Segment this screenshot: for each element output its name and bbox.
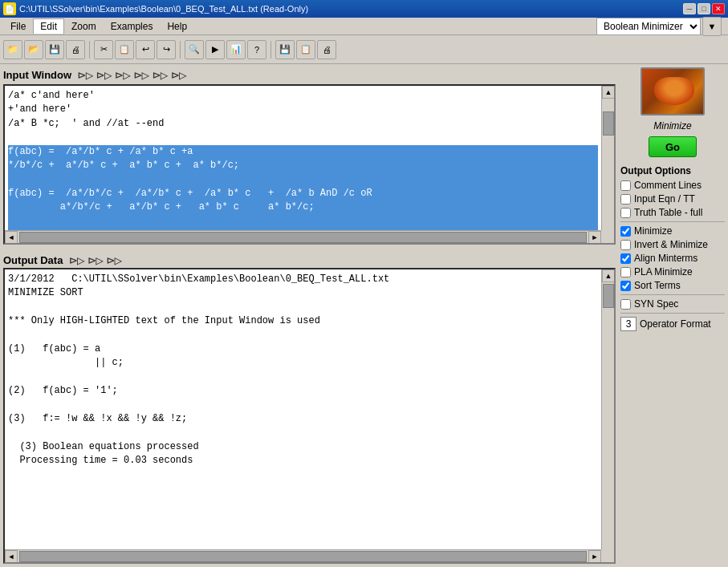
- option-invert-minimize: Invert & Minimize: [620, 239, 725, 250]
- output-scrollbar-v[interactable]: ▲: [601, 269, 614, 549]
- gate-and6[interactable]: ⊳▷: [171, 67, 186, 83]
- output-content[interactable]: 3/1/2012 C:\UTIL\SSolver\bin\Examples\Bo…: [5, 269, 614, 562]
- input-window-label: Input Window: [3, 69, 71, 81]
- scroll-thumb-h[interactable]: [19, 232, 587, 243]
- menu-zoom[interactable]: Zoom: [64, 18, 104, 34]
- operator-format-value[interactable]: 3: [620, 317, 636, 331]
- minimize-window-btn[interactable]: ─: [683, 3, 696, 14]
- option-pla-minimize: PLA Minimize: [620, 266, 725, 277]
- input-scrollbar-h[interactable]: ◄ ►: [5, 230, 601, 243]
- gate-and2[interactable]: ⊳▷: [96, 67, 112, 83]
- invert-minimize-label[interactable]: Invert & Minimize: [634, 239, 708, 250]
- scroll-corner: [601, 230, 614, 243]
- menu-bar: File Edit Zoom Examples Help Boolean Min…: [0, 18, 728, 35]
- menu-help[interactable]: Help: [160, 18, 194, 34]
- comment-lines-label[interactable]: Comment Lines: [634, 180, 702, 191]
- gate-icons-input: ⊳▷ ⊳▷ ⊳▷ ⊳▷ ⊳▷ ⊳▷: [78, 67, 187, 83]
- toolbar-sep-3: [270, 41, 271, 59]
- gate-and5[interactable]: ⊳▷: [153, 67, 168, 83]
- syn-spec-label[interactable]: SYN Spec: [634, 298, 678, 310]
- truth-table-checkbox[interactable]: [620, 208, 631, 218]
- toolbar-open-btn[interactable]: 📂: [24, 40, 43, 59]
- input-eqn-label[interactable]: Input Eqn / TT: [634, 193, 695, 205]
- menu-examples[interactable]: Examples: [104, 18, 161, 34]
- mode-dropdown[interactable]: Boolean Minimizer: [596, 18, 701, 35]
- toolbar-cut-btn[interactable]: ✂: [94, 40, 113, 59]
- sort-terms-label[interactable]: Sort Terms: [634, 280, 681, 291]
- toolbar-copy-btn[interactable]: 📋: [115, 40, 134, 59]
- input-scrollbar-v[interactable]: ▲: [601, 86, 614, 230]
- scroll-thumb[interactable]: [603, 111, 614, 136]
- toolbar-save-btn[interactable]: 💾: [45, 40, 64, 59]
- sort-terms-checkbox[interactable]: [620, 281, 631, 291]
- out-scroll-thumb[interactable]: [603, 284, 614, 308]
- out-scroll-right[interactable]: ►: [588, 550, 601, 563]
- syn-spec-checkbox[interactable]: [620, 299, 631, 310]
- input-line-8: f(abc) = /a*/b*/c + /a*/b* c + /a* b* c …: [8, 187, 598, 200]
- gate-out3[interactable]: ⊳▷: [107, 253, 122, 268]
- input-eqn-checkbox[interactable]: [620, 194, 631, 205]
- input-content-area[interactable]: /a* c'and here' +'and here' /a* B *c; ' …: [5, 86, 614, 243]
- animal-image: [641, 67, 705, 115]
- pla-minimize-checkbox[interactable]: [620, 267, 631, 277]
- toolbar-print-btn[interactable]: 🖨: [66, 40, 85, 59]
- option-syn-spec: SYN Spec: [620, 298, 725, 310]
- menu-edit[interactable]: Edit: [33, 18, 64, 34]
- pla-minimize-label[interactable]: PLA Minimize: [634, 266, 693, 277]
- dropdown-arrow-btn[interactable]: ▼: [702, 17, 722, 36]
- menu-file[interactable]: File: [3, 18, 33, 34]
- gate-and3[interactable]: ⊳▷: [116, 67, 131, 83]
- minimize-label: Minimize: [653, 120, 691, 132]
- output-data-label: Output Data: [3, 254, 63, 266]
- left-panel: Input Window ⊳▷ ⊳▷ ⊳▷ ⊳▷ ⊳▷ ⊳▷ /a* c'and…: [3, 67, 616, 564]
- scroll-left-arrow[interactable]: ◄: [5, 231, 18, 244]
- window-controls: ─ □ ✕: [683, 3, 725, 14]
- gate-icons-output: ⊳▷ ⊳▷ ⊳▷: [69, 253, 122, 268]
- toolbar-print2-btn[interactable]: 🖨: [317, 40, 336, 59]
- out-scroll-corner: [601, 549, 614, 562]
- output-options-title: Output Options: [620, 165, 725, 176]
- align-minterms-checkbox[interactable]: [620, 253, 631, 264]
- input-line-5: f(abc) = /a*/b* c + /a* b* c +a: [8, 145, 598, 159]
- options-sep-2: [620, 294, 725, 295]
- toolbar-undo-btn[interactable]: ↩: [136, 40, 155, 59]
- input-line-3: /a* B *c; ' and //at --end: [8, 117, 598, 131]
- comment-lines-checkbox[interactable]: [620, 180, 631, 191]
- truth-table-label[interactable]: Truth Table - full: [634, 207, 702, 218]
- invert-minimize-checkbox[interactable]: [620, 240, 631, 250]
- toolbar-search-btn[interactable]: 🔍: [185, 40, 204, 59]
- out-scroll-thumb-h[interactable]: [19, 551, 587, 562]
- option-input-eqn: Input Eqn / TT: [620, 193, 725, 205]
- close-window-btn[interactable]: ✕: [712, 3, 725, 14]
- gate-out2[interactable]: ⊳▷: [88, 253, 104, 268]
- input-line-6: */b*/c + a*/b* c + a* b* c + a* b*/c;: [8, 159, 598, 172]
- title-icon: 📄: [3, 2, 16, 15]
- toolbar-run-btn[interactable]: ▶: [205, 40, 225, 59]
- top-right-area: Boolean Minimizer ▼: [596, 17, 722, 36]
- scroll-up-arrow[interactable]: ▲: [602, 86, 615, 99]
- options-sep-1: [620, 221, 725, 222]
- option-align-minterms: Align Minterms: [620, 253, 725, 264]
- out-scroll-left[interactable]: ◄: [5, 550, 18, 563]
- output-data-section: Output Data ⊳▷ ⊳▷ ⊳▷ 3/1/2012 C:\UTIL\SS…: [3, 248, 616, 564]
- toolbar-chart-btn[interactable]: 📊: [226, 40, 246, 59]
- operator-format-row: 3 Operator Format: [620, 317, 725, 331]
- toolbar-save2-btn[interactable]: 💾: [275, 40, 295, 59]
- align-minterms-label[interactable]: Align Minterms: [634, 253, 697, 264]
- out-scroll-up-arrow[interactable]: ▲: [602, 269, 615, 282]
- output-scrollbar-h[interactable]: ◄ ►: [5, 549, 601, 562]
- input-line-9: a*/b*/c + a*/b* c + a* b* c a* b*/c;: [8, 200, 598, 214]
- toolbar-new-btn[interactable]: 📁: [3, 40, 22, 59]
- toolbar-clipboard-btn[interactable]: 📋: [296, 40, 315, 59]
- gate-and4[interactable]: ⊳▷: [134, 67, 149, 83]
- toolbar-help-btn[interactable]: ?: [247, 40, 266, 59]
- scroll-right-arrow[interactable]: ►: [588, 231, 601, 244]
- maximize-window-btn[interactable]: □: [697, 3, 710, 14]
- minimize-checkbox[interactable]: [620, 226, 631, 237]
- minimize-option-label[interactable]: Minimize: [634, 225, 672, 237]
- gate-and1[interactable]: ⊳▷: [78, 67, 93, 83]
- toolbar-redo-btn[interactable]: ↪: [157, 40, 176, 59]
- gate-out1[interactable]: ⊳▷: [69, 253, 84, 268]
- go-button[interactable]: Go: [649, 136, 697, 157]
- title-text: C:\UTIL\SSolver\bin\Examples\Boolean\0_B…: [19, 4, 683, 14]
